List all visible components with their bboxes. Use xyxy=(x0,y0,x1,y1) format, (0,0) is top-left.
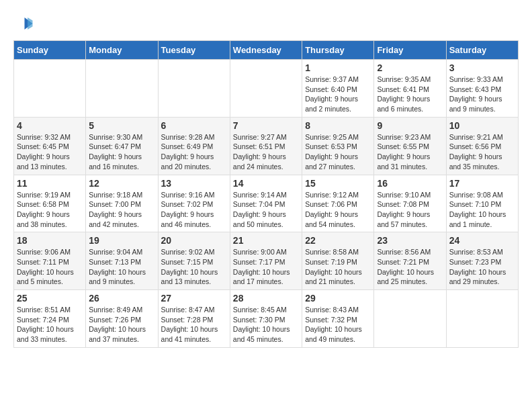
day-number: 8 xyxy=(305,120,371,131)
calendar-cell: 14Sunrise: 9:14 AM Sunset: 7:04 PM Dayli… xyxy=(230,175,302,232)
logo xyxy=(13,13,36,34)
day-number: 15 xyxy=(305,178,371,189)
day-of-week-header: Tuesday xyxy=(158,41,230,60)
day-info: Sunrise: 8:45 AM Sunset: 7:30 PM Dayligh… xyxy=(233,305,299,345)
day-of-week-header: Thursday xyxy=(302,41,374,60)
day-info: Sunrise: 9:12 AM Sunset: 7:06 PM Dayligh… xyxy=(305,190,371,230)
day-info: Sunrise: 9:32 AM Sunset: 6:45 PM Dayligh… xyxy=(17,132,83,172)
day-number: 25 xyxy=(17,293,83,304)
day-info: Sunrise: 9:02 AM Sunset: 7:15 PM Dayligh… xyxy=(161,247,227,287)
day-of-week-header: Monday xyxy=(86,41,158,60)
day-number: 10 xyxy=(449,120,515,131)
calendar-cell: 28Sunrise: 8:45 AM Sunset: 7:30 PM Dayli… xyxy=(230,290,302,348)
calendar-cell: 25Sunrise: 8:51 AM Sunset: 7:24 PM Dayli… xyxy=(14,290,86,348)
day-number: 28 xyxy=(233,293,299,304)
day-info: Sunrise: 9:33 AM Sunset: 6:43 PM Dayligh… xyxy=(449,75,515,114)
calendar-cell: 18Sunrise: 9:06 AM Sunset: 7:11 PM Dayli… xyxy=(14,232,86,290)
calendar-cell: 29Sunrise: 8:43 AM Sunset: 7:32 PM Dayli… xyxy=(302,290,374,348)
day-number: 7 xyxy=(233,120,299,131)
day-number: 27 xyxy=(161,293,227,304)
day-info: Sunrise: 8:56 AM Sunset: 7:21 PM Dayligh… xyxy=(377,247,443,287)
calendar-cell: 3Sunrise: 9:33 AM Sunset: 6:43 PM Daylig… xyxy=(446,60,518,118)
day-number: 24 xyxy=(449,235,515,246)
day-number: 13 xyxy=(161,178,227,189)
day-number: 4 xyxy=(17,120,83,131)
calendar-cell xyxy=(374,290,446,348)
day-number: 5 xyxy=(89,120,154,131)
day-number: 22 xyxy=(305,235,371,246)
calendar-week-row: 4Sunrise: 9:32 AM Sunset: 6:45 PM Daylig… xyxy=(14,117,519,175)
calendar-cell xyxy=(14,60,86,118)
calendar-cell: 27Sunrise: 8:47 AM Sunset: 7:28 PM Dayli… xyxy=(158,290,230,348)
day-number: 26 xyxy=(89,293,154,304)
day-info: Sunrise: 9:30 AM Sunset: 6:47 PM Dayligh… xyxy=(89,132,154,172)
day-of-week-header: Friday xyxy=(374,41,446,60)
day-info: Sunrise: 9:00 AM Sunset: 7:17 PM Dayligh… xyxy=(233,247,299,287)
calendar-cell: 10Sunrise: 9:21 AM Sunset: 6:56 PM Dayli… xyxy=(446,117,518,175)
day-number: 17 xyxy=(449,178,515,189)
calendar-week-row: 11Sunrise: 9:19 AM Sunset: 6:58 PM Dayli… xyxy=(14,175,519,232)
calendar-body: 1Sunrise: 9:37 AM Sunset: 6:40 PM Daylig… xyxy=(14,60,519,348)
day-info: Sunrise: 9:08 AM Sunset: 7:10 PM Dayligh… xyxy=(449,190,515,230)
calendar-cell: 15Sunrise: 9:12 AM Sunset: 7:06 PM Dayli… xyxy=(302,175,374,232)
day-info: Sunrise: 8:47 AM Sunset: 7:28 PM Dayligh… xyxy=(161,305,227,345)
day-info: Sunrise: 9:14 AM Sunset: 7:04 PM Dayligh… xyxy=(233,190,299,230)
calendar-cell: 11Sunrise: 9:19 AM Sunset: 6:58 PM Dayli… xyxy=(14,175,86,232)
day-info: Sunrise: 8:58 AM Sunset: 7:19 PM Dayligh… xyxy=(305,247,371,287)
day-info: Sunrise: 9:18 AM Sunset: 7:00 PM Dayligh… xyxy=(89,190,154,230)
day-info: Sunrise: 9:37 AM Sunset: 6:40 PM Dayligh… xyxy=(305,75,371,114)
day-info: Sunrise: 9:21 AM Sunset: 6:56 PM Dayligh… xyxy=(449,132,515,172)
calendar-cell: 20Sunrise: 9:02 AM Sunset: 7:15 PM Dayli… xyxy=(158,232,230,290)
calendar-cell: 6Sunrise: 9:28 AM Sunset: 6:49 PM Daylig… xyxy=(158,117,230,175)
day-number: 12 xyxy=(89,178,154,189)
day-of-week-header: Sunday xyxy=(14,41,86,60)
calendar-cell: 13Sunrise: 9:16 AM Sunset: 7:02 PM Dayli… xyxy=(158,175,230,232)
calendar-cell: 19Sunrise: 9:04 AM Sunset: 7:13 PM Dayli… xyxy=(86,232,158,290)
calendar-cell: 16Sunrise: 9:10 AM Sunset: 7:08 PM Dayli… xyxy=(374,175,446,232)
day-number: 9 xyxy=(377,120,443,131)
day-number: 18 xyxy=(17,235,83,246)
calendar-cell: 23Sunrise: 8:56 AM Sunset: 7:21 PM Dayli… xyxy=(374,232,446,290)
day-info: Sunrise: 9:19 AM Sunset: 6:58 PM Dayligh… xyxy=(17,190,83,230)
calendar-cell: 22Sunrise: 8:58 AM Sunset: 7:19 PM Dayli… xyxy=(302,232,374,290)
calendar-cell: 7Sunrise: 9:27 AM Sunset: 6:51 PM Daylig… xyxy=(230,117,302,175)
calendar-cell xyxy=(446,290,518,348)
calendar-week-row: 25Sunrise: 8:51 AM Sunset: 7:24 PM Dayli… xyxy=(14,290,519,348)
day-info: Sunrise: 9:23 AM Sunset: 6:55 PM Dayligh… xyxy=(377,132,443,172)
calendar-cell: 8Sunrise: 9:25 AM Sunset: 6:53 PM Daylig… xyxy=(302,117,374,175)
calendar-header: SundayMondayTuesdayWednesdayThursdayFrid… xyxy=(14,41,519,60)
calendar: SundayMondayTuesdayWednesdayThursdayFrid… xyxy=(13,40,519,348)
calendar-cell xyxy=(230,60,302,118)
day-of-week-header: Saturday xyxy=(446,41,518,60)
day-info: Sunrise: 8:53 AM Sunset: 7:23 PM Dayligh… xyxy=(449,247,515,287)
calendar-week-row: 18Sunrise: 9:06 AM Sunset: 7:11 PM Dayli… xyxy=(14,232,519,290)
day-number: 3 xyxy=(449,62,515,73)
days-of-week-row: SundayMondayTuesdayWednesdayThursdayFrid… xyxy=(14,41,519,60)
calendar-cell: 9Sunrise: 9:23 AM Sunset: 6:55 PM Daylig… xyxy=(374,117,446,175)
calendar-cell: 21Sunrise: 9:00 AM Sunset: 7:17 PM Dayli… xyxy=(230,232,302,290)
day-info: Sunrise: 8:43 AM Sunset: 7:32 PM Dayligh… xyxy=(305,305,371,345)
calendar-cell xyxy=(86,60,158,118)
day-info: Sunrise: 9:04 AM Sunset: 7:13 PM Dayligh… xyxy=(89,247,154,287)
calendar-cell: 26Sunrise: 8:49 AM Sunset: 7:26 PM Dayli… xyxy=(86,290,158,348)
day-number: 6 xyxy=(161,120,227,131)
day-number: 1 xyxy=(305,62,371,73)
day-number: 20 xyxy=(161,235,227,246)
calendar-cell: 24Sunrise: 8:53 AM Sunset: 7:23 PM Dayli… xyxy=(446,232,518,290)
day-number: 14 xyxy=(233,178,299,189)
day-number: 2 xyxy=(377,62,443,73)
day-number: 16 xyxy=(377,178,443,189)
day-number: 29 xyxy=(305,293,371,304)
day-info: Sunrise: 9:06 AM Sunset: 7:11 PM Dayligh… xyxy=(17,247,83,287)
header xyxy=(13,13,519,34)
day-info: Sunrise: 9:28 AM Sunset: 6:49 PM Dayligh… xyxy=(161,132,227,172)
calendar-cell: 2Sunrise: 9:35 AM Sunset: 6:41 PM Daylig… xyxy=(374,60,446,118)
calendar-cell: 17Sunrise: 9:08 AM Sunset: 7:10 PM Dayli… xyxy=(446,175,518,232)
calendar-week-row: 1Sunrise: 9:37 AM Sunset: 6:40 PM Daylig… xyxy=(14,60,519,118)
day-number: 19 xyxy=(89,235,154,246)
logo-icon xyxy=(13,13,34,34)
day-info: Sunrise: 9:35 AM Sunset: 6:41 PM Dayligh… xyxy=(377,75,443,114)
day-info: Sunrise: 9:16 AM Sunset: 7:02 PM Dayligh… xyxy=(161,190,227,230)
day-number: 21 xyxy=(233,235,299,246)
day-number: 23 xyxy=(377,235,443,246)
